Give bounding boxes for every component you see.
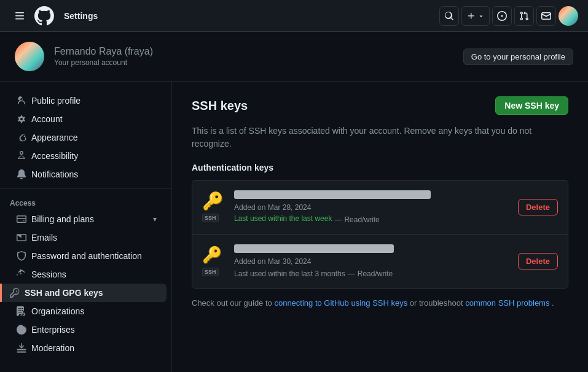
app-title: Settings <box>64 11 98 21</box>
common-ssh-problems-link[interactable]: common SSH problems <box>465 298 549 308</box>
ssh-added-date: Added on Mar 30, 2024 <box>234 257 511 266</box>
main-layout: Public profile Account Appearance Access… <box>0 82 588 372</box>
content-header: SSH keys New SSH key <box>192 96 568 115</box>
sidebar-item-billing[interactable]: Billing and plans ▾ <box>5 210 167 228</box>
sidebar-label: Appearance <box>31 133 78 142</box>
paintbrush-icon <box>17 133 26 142</box>
username-parens: (fraya) <box>125 46 153 56</box>
key-icon: 🔑 <box>202 193 227 210</box>
mail-icon <box>17 233 26 242</box>
sidebar-item-emails[interactable]: Emails <box>5 228 167 247</box>
sidebar-item-account[interactable]: Account <box>5 110 167 128</box>
sidebar-label: Password and authentication <box>31 251 142 261</box>
sidebar-item-password[interactable]: Password and authentication <box>5 247 167 265</box>
user-info: Fernando Raya (fraya) Your personal acco… <box>54 46 453 67</box>
user-display-name: Fernando Raya (fraya) <box>54 46 453 57</box>
user-avatar-nav[interactable] <box>559 6 578 26</box>
sidebar-label: Account <box>31 114 63 124</box>
moderation-icon <box>17 343 26 353</box>
credit-card-icon <box>17 214 26 224</box>
ssh-key-info: Added on Mar 30, 2024 Last used within t… <box>234 244 511 278</box>
ssh-separator: — <box>334 215 342 224</box>
ssh-added-date: Added on Mar 28, 2024 <box>234 203 511 212</box>
topnav-actions <box>439 6 578 26</box>
pull-requests-button[interactable] <box>514 6 534 26</box>
ssh-key-icon-wrap: 🔑 SSH <box>202 193 227 222</box>
globe-icon <box>17 325 26 335</box>
bell-icon <box>17 169 26 179</box>
sidebar-item-ssh-gpg[interactable]: SSH and GPG keys <box>0 284 167 302</box>
sidebar-label: Accessibility <box>31 151 78 161</box>
user-subtitle: Your personal account <box>54 58 453 67</box>
ssh-last-used: Last used within the last week — Read/wr… <box>234 213 511 224</box>
sidebar-label: Sessions <box>31 269 66 279</box>
ssh-last-used: Last used within the last 3 months — Rea… <box>234 267 511 278</box>
ssh-type-badge: SSH <box>202 214 219 222</box>
ssh-key-name-redacted <box>234 244 394 253</box>
page-title: SSH keys <box>192 99 248 113</box>
new-ssh-key-button[interactable]: New SSH key <box>495 96 568 115</box>
sidebar-label: Organizations <box>31 306 84 316</box>
sidebar-divider <box>0 188 171 189</box>
delete-key-button-2[interactable]: Delete <box>518 253 558 269</box>
description-text: This is a list of SSH keys associated wi… <box>192 125 568 150</box>
key-icon: 🔑 <box>202 247 227 263</box>
ssh-key-list: 🔑 SSH Added on Mar 28, 2024 Last used wi… <box>192 180 568 289</box>
gear-icon <box>17 114 26 124</box>
ssh-separator: — <box>348 269 355 278</box>
ssh-type-badge: SSH <box>202 268 219 276</box>
ssh-last-used-text: Last used within the last 3 months <box>234 269 345 278</box>
sidebar-item-moderation[interactable]: Moderation <box>5 339 167 357</box>
footer-text: Check out our guide to connecting to Git… <box>192 298 568 308</box>
broadcast-icon <box>17 269 26 279</box>
sidebar-item-accessibility[interactable]: Accessibility <box>5 147 167 165</box>
sidebar-item-notifications[interactable]: Notifications <box>5 165 167 184</box>
sidebar-label: Billing and plans <box>31 214 94 224</box>
ssh-key-item: 🔑 SSH Added on Mar 28, 2024 Last used wi… <box>192 180 568 234</box>
inbox-button[interactable] <box>536 6 556 26</box>
issues-button[interactable] <box>492 6 512 26</box>
go-to-profile-button[interactable]: Go to your personal profile <box>463 48 573 65</box>
sidebar: Public profile Account Appearance Access… <box>0 82 172 372</box>
main-content: SSH keys New SSH key This is a list of S… <box>172 82 588 372</box>
sidebar-label: Notifications <box>31 169 78 179</box>
chevron-down-icon: ▾ <box>153 215 157 223</box>
hamburger-button[interactable] <box>10 6 29 26</box>
ssh-access-level: Read/write <box>358 269 393 278</box>
sidebar-label: Enterprises <box>31 325 75 335</box>
sidebar-item-appearance[interactable]: Appearance <box>5 128 167 147</box>
ssh-last-used-text: Last used within the last week <box>234 214 332 223</box>
sidebar-item-enterprises[interactable]: Enterprises <box>5 320 167 339</box>
sidebar-label: SSH and GPG keys <box>25 288 103 298</box>
delete-key-button-1[interactable]: Delete <box>518 199 558 215</box>
shield-icon <box>17 251 26 261</box>
sidebar-item-public-profile[interactable]: Public profile <box>5 91 167 110</box>
sidebar-label: Moderation <box>31 343 74 353</box>
auth-keys-heading: Authentication keys <box>192 163 568 172</box>
search-button[interactable] <box>439 6 459 26</box>
key-icon <box>10 288 20 298</box>
github-logo[interactable] <box>34 6 54 26</box>
user-avatar <box>15 42 44 71</box>
top-navigation: Settings <box>0 0 588 32</box>
new-dropdown-button[interactable] <box>461 6 490 26</box>
connecting-github-link[interactable]: connecting to GitHub using SSH keys <box>274 298 407 308</box>
building-icon <box>17 306 26 316</box>
ssh-key-name-redacted <box>234 190 431 199</box>
ssh-key-info: Added on Mar 28, 2024 Last used within t… <box>234 190 511 224</box>
ssh-access-level: Read/write <box>344 215 379 224</box>
user-header: Fernando Raya (fraya) Your personal acco… <box>0 32 588 82</box>
ssh-key-item: 🔑 SSH Added on Mar 30, 2024 Last used wi… <box>192 234 568 288</box>
accessibility-icon <box>17 151 26 161</box>
sidebar-label: Emails <box>31 233 57 242</box>
access-section-label: Access <box>0 194 171 210</box>
sidebar-item-sessions[interactable]: Sessions <box>5 265 167 284</box>
person-icon <box>17 96 26 106</box>
sidebar-item-organizations[interactable]: Organizations <box>5 302 167 320</box>
ssh-key-icon-wrap: 🔑 SSH <box>202 247 227 276</box>
sidebar-label: Public profile <box>31 96 80 106</box>
